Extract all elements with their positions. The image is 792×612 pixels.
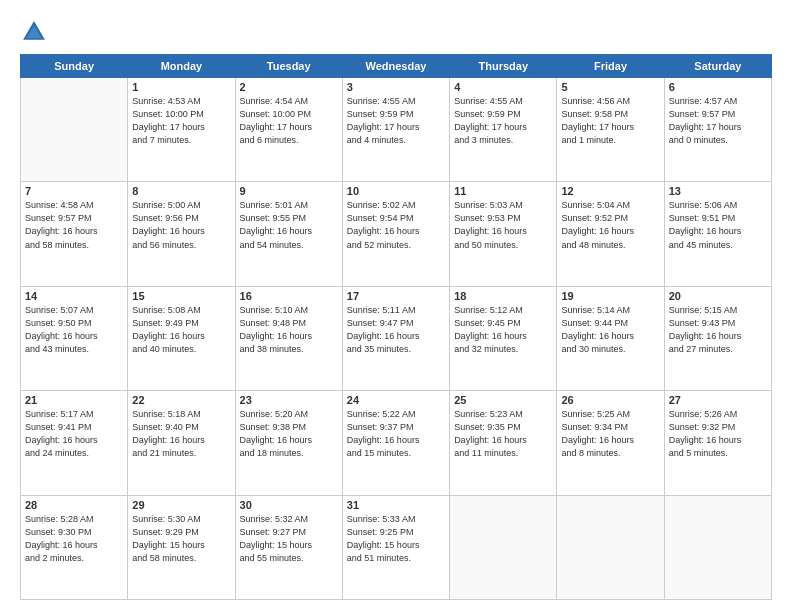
day-number: 9 [240, 185, 338, 197]
day-number: 31 [347, 499, 445, 511]
calendar-cell-1-1: 8Sunrise: 5:00 AM Sunset: 9:56 PM Daylig… [128, 182, 235, 286]
day-info: Sunrise: 5:18 AM Sunset: 9:40 PM Dayligh… [132, 408, 230, 460]
calendar-cell-2-0: 14Sunrise: 5:07 AM Sunset: 9:50 PM Dayli… [21, 286, 128, 390]
calendar-cell-1-0: 7Sunrise: 4:58 AM Sunset: 9:57 PM Daylig… [21, 182, 128, 286]
calendar-cell-1-5: 12Sunrise: 5:04 AM Sunset: 9:52 PM Dayli… [557, 182, 664, 286]
calendar-cell-2-3: 17Sunrise: 5:11 AM Sunset: 9:47 PM Dayli… [342, 286, 449, 390]
day-info: Sunrise: 5:03 AM Sunset: 9:53 PM Dayligh… [454, 199, 552, 251]
calendar-week-row-3: 21Sunrise: 5:17 AM Sunset: 9:41 PM Dayli… [21, 391, 772, 495]
day-number: 6 [669, 81, 767, 93]
calendar-table: SundayMondayTuesdayWednesdayThursdayFrid… [20, 54, 772, 600]
day-info: Sunrise: 5:01 AM Sunset: 9:55 PM Dayligh… [240, 199, 338, 251]
calendar-cell-2-2: 16Sunrise: 5:10 AM Sunset: 9:48 PM Dayli… [235, 286, 342, 390]
calendar-cell-0-2: 2Sunrise: 4:54 AM Sunset: 10:00 PM Dayli… [235, 78, 342, 182]
day-info: Sunrise: 5:28 AM Sunset: 9:30 PM Dayligh… [25, 513, 123, 565]
day-number: 8 [132, 185, 230, 197]
day-info: Sunrise: 4:56 AM Sunset: 9:58 PM Dayligh… [561, 95, 659, 147]
day-info: Sunrise: 4:55 AM Sunset: 9:59 PM Dayligh… [454, 95, 552, 147]
calendar-cell-2-4: 18Sunrise: 5:12 AM Sunset: 9:45 PM Dayli… [450, 286, 557, 390]
day-info: Sunrise: 5:06 AM Sunset: 9:51 PM Dayligh… [669, 199, 767, 251]
day-number: 19 [561, 290, 659, 302]
day-number: 24 [347, 394, 445, 406]
day-info: Sunrise: 4:57 AM Sunset: 9:57 PM Dayligh… [669, 95, 767, 147]
calendar-header-saturday: Saturday [664, 55, 771, 78]
calendar-header-friday: Friday [557, 55, 664, 78]
day-info: Sunrise: 5:20 AM Sunset: 9:38 PM Dayligh… [240, 408, 338, 460]
day-info: Sunrise: 5:25 AM Sunset: 9:34 PM Dayligh… [561, 408, 659, 460]
day-info: Sunrise: 4:54 AM Sunset: 10:00 PM Daylig… [240, 95, 338, 147]
calendar-cell-0-4: 4Sunrise: 4:55 AM Sunset: 9:59 PM Daylig… [450, 78, 557, 182]
day-number: 10 [347, 185, 445, 197]
day-info: Sunrise: 5:11 AM Sunset: 9:47 PM Dayligh… [347, 304, 445, 356]
calendar-cell-3-4: 25Sunrise: 5:23 AM Sunset: 9:35 PM Dayli… [450, 391, 557, 495]
day-number: 30 [240, 499, 338, 511]
calendar-cell-2-1: 15Sunrise: 5:08 AM Sunset: 9:49 PM Dayli… [128, 286, 235, 390]
day-info: Sunrise: 5:15 AM Sunset: 9:43 PM Dayligh… [669, 304, 767, 356]
calendar-cell-2-6: 20Sunrise: 5:15 AM Sunset: 9:43 PM Dayli… [664, 286, 771, 390]
calendar-cell-0-3: 3Sunrise: 4:55 AM Sunset: 9:59 PM Daylig… [342, 78, 449, 182]
calendar-header-thursday: Thursday [450, 55, 557, 78]
day-number: 4 [454, 81, 552, 93]
calendar-cell-4-0: 28Sunrise: 5:28 AM Sunset: 9:30 PM Dayli… [21, 495, 128, 599]
logo-icon [20, 18, 48, 46]
calendar-cell-4-6 [664, 495, 771, 599]
day-number: 15 [132, 290, 230, 302]
day-info: Sunrise: 5:23 AM Sunset: 9:35 PM Dayligh… [454, 408, 552, 460]
day-info: Sunrise: 4:53 AM Sunset: 10:00 PM Daylig… [132, 95, 230, 147]
calendar-cell-3-6: 27Sunrise: 5:26 AM Sunset: 9:32 PM Dayli… [664, 391, 771, 495]
day-number: 2 [240, 81, 338, 93]
day-number: 18 [454, 290, 552, 302]
day-number: 21 [25, 394, 123, 406]
calendar-cell-1-2: 9Sunrise: 5:01 AM Sunset: 9:55 PM Daylig… [235, 182, 342, 286]
day-info: Sunrise: 4:58 AM Sunset: 9:57 PM Dayligh… [25, 199, 123, 251]
calendar-cell-1-4: 11Sunrise: 5:03 AM Sunset: 9:53 PM Dayli… [450, 182, 557, 286]
calendar-cell-2-5: 19Sunrise: 5:14 AM Sunset: 9:44 PM Dayli… [557, 286, 664, 390]
day-number: 12 [561, 185, 659, 197]
calendar-cell-3-0: 21Sunrise: 5:17 AM Sunset: 9:41 PM Dayli… [21, 391, 128, 495]
day-info: Sunrise: 5:12 AM Sunset: 9:45 PM Dayligh… [454, 304, 552, 356]
day-number: 26 [561, 394, 659, 406]
day-number: 25 [454, 394, 552, 406]
day-info: Sunrise: 5:26 AM Sunset: 9:32 PM Dayligh… [669, 408, 767, 460]
day-info: Sunrise: 5:10 AM Sunset: 9:48 PM Dayligh… [240, 304, 338, 356]
day-number: 29 [132, 499, 230, 511]
day-info: Sunrise: 5:30 AM Sunset: 9:29 PM Dayligh… [132, 513, 230, 565]
header [20, 18, 772, 46]
day-info: Sunrise: 5:07 AM Sunset: 9:50 PM Dayligh… [25, 304, 123, 356]
day-info: Sunrise: 5:02 AM Sunset: 9:54 PM Dayligh… [347, 199, 445, 251]
day-info: Sunrise: 5:33 AM Sunset: 9:25 PM Dayligh… [347, 513, 445, 565]
calendar-cell-3-5: 26Sunrise: 5:25 AM Sunset: 9:34 PM Dayli… [557, 391, 664, 495]
page: SundayMondayTuesdayWednesdayThursdayFrid… [0, 0, 792, 612]
calendar-cell-1-3: 10Sunrise: 5:02 AM Sunset: 9:54 PM Dayli… [342, 182, 449, 286]
day-info: Sunrise: 5:08 AM Sunset: 9:49 PM Dayligh… [132, 304, 230, 356]
calendar-header-monday: Monday [128, 55, 235, 78]
calendar-header-sunday: Sunday [21, 55, 128, 78]
day-number: 3 [347, 81, 445, 93]
day-number: 5 [561, 81, 659, 93]
calendar-cell-4-2: 30Sunrise: 5:32 AM Sunset: 9:27 PM Dayli… [235, 495, 342, 599]
day-number: 27 [669, 394, 767, 406]
day-number: 17 [347, 290, 445, 302]
calendar-week-row-2: 14Sunrise: 5:07 AM Sunset: 9:50 PM Dayli… [21, 286, 772, 390]
calendar-cell-4-5 [557, 495, 664, 599]
day-number: 16 [240, 290, 338, 302]
calendar-header-wednesday: Wednesday [342, 55, 449, 78]
day-info: Sunrise: 5:22 AM Sunset: 9:37 PM Dayligh… [347, 408, 445, 460]
day-info: Sunrise: 5:17 AM Sunset: 9:41 PM Dayligh… [25, 408, 123, 460]
calendar-week-row-4: 28Sunrise: 5:28 AM Sunset: 9:30 PM Dayli… [21, 495, 772, 599]
day-number: 13 [669, 185, 767, 197]
day-info: Sunrise: 5:04 AM Sunset: 9:52 PM Dayligh… [561, 199, 659, 251]
calendar-cell-0-1: 1Sunrise: 4:53 AM Sunset: 10:00 PM Dayli… [128, 78, 235, 182]
calendar-cell-0-0 [21, 78, 128, 182]
calendar-cell-3-1: 22Sunrise: 5:18 AM Sunset: 9:40 PM Dayli… [128, 391, 235, 495]
day-number: 20 [669, 290, 767, 302]
calendar-cell-3-2: 23Sunrise: 5:20 AM Sunset: 9:38 PM Dayli… [235, 391, 342, 495]
calendar-cell-1-6: 13Sunrise: 5:06 AM Sunset: 9:51 PM Dayli… [664, 182, 771, 286]
calendar-cell-3-3: 24Sunrise: 5:22 AM Sunset: 9:37 PM Dayli… [342, 391, 449, 495]
day-number: 23 [240, 394, 338, 406]
day-number: 22 [132, 394, 230, 406]
day-number: 7 [25, 185, 123, 197]
day-info: Sunrise: 5:32 AM Sunset: 9:27 PM Dayligh… [240, 513, 338, 565]
day-info: Sunrise: 5:00 AM Sunset: 9:56 PM Dayligh… [132, 199, 230, 251]
calendar-week-row-1: 7Sunrise: 4:58 AM Sunset: 9:57 PM Daylig… [21, 182, 772, 286]
